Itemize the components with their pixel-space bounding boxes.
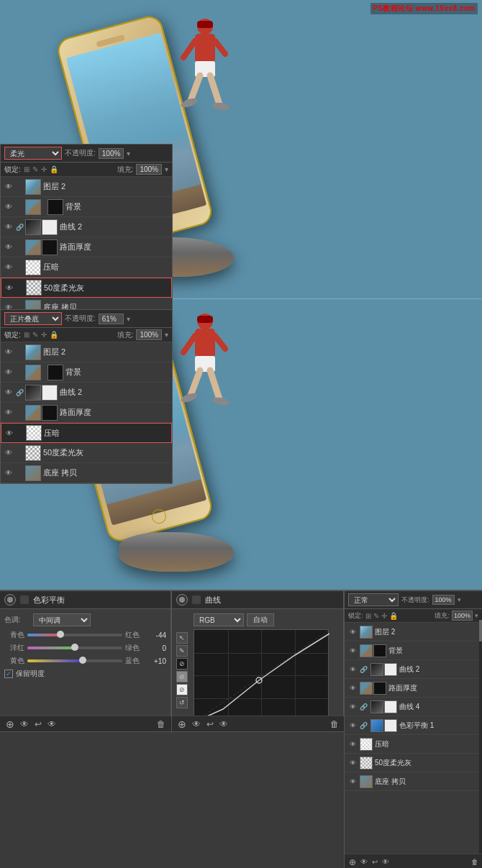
br-eye-icon[interactable]: 👁 [360, 858, 368, 866]
layer-row-1-0[interactable]: 👁 图层 2 [1, 177, 172, 197]
eye-2-4[interactable]: 👁 [4, 428, 14, 438]
layer-row-2-1[interactable]: 👁 背景 [1, 362, 172, 383]
lock-padlock-1[interactable]: 🔒 [50, 165, 58, 173]
curves-eyedropper-gray[interactable]: ⊘ [176, 671, 188, 682]
layer-row-2-3[interactable]: 👁 路面厚度 [1, 403, 172, 423]
yellow-blue-track[interactable] [27, 659, 122, 662]
layer-row-2-4[interactable]: 👁 压暗 [1, 423, 172, 443]
cb-eye2-icon[interactable]: 👁 [47, 719, 56, 729]
br-eye2-icon[interactable]: 👁 [382, 858, 389, 866]
br-layer-row-5[interactable]: 👁 🔗 色彩平衡 1 [345, 716, 482, 735]
blend-mode-select-2[interactable]: 正片叠底 [4, 312, 62, 325]
curves-pointer-tool[interactable]: ↖ [176, 632, 188, 644]
br-lock-icon[interactable]: ⊞ [365, 612, 371, 620]
br-eye-7[interactable]: 👁 [347, 758, 358, 768]
lock-padlock-2[interactable]: 🔒 [50, 331, 58, 339]
curves-eye2-icon[interactable]: 👁 [219, 719, 228, 729]
layer-row-1-1[interactable]: 👁 背景 [1, 197, 172, 217]
eye-1-0[interactable]: 👁 [4, 182, 14, 192]
br-blend-select[interactable]: 正常 [348, 593, 399, 606]
channel-select[interactable]: RGB [194, 613, 244, 626]
eye-1-2[interactable]: 👁 [4, 222, 14, 232]
br-scrollbar[interactable] [479, 613, 482, 868]
br-layer-row-0[interactable]: 👁 图层 2 [345, 623, 482, 641]
cb-trash-icon[interactable]: 🗑 [157, 719, 165, 729]
move-icon-1[interactable]: ✛ [41, 165, 47, 173]
br-eye-3[interactable]: 👁 [347, 683, 358, 693]
opacity-value-2[interactable]: 61% [99, 314, 124, 324]
curves-pen-tool[interactable]: ✎ [176, 645, 188, 657]
eye-2-0[interactable]: 👁 [4, 347, 14, 357]
br-layer-row-1[interactable]: 👁 背景 [345, 641, 482, 660]
eye-1-4[interactable]: 👁 [4, 262, 14, 273]
curves-add-icon[interactable]: ⊕ [178, 718, 186, 730]
blend-mode-select-1[interactable]: 柔光 [4, 147, 62, 160]
br-eye-6[interactable]: 👁 [347, 739, 358, 749]
br-layer-row-8[interactable]: 👁 底座 拷贝 [345, 772, 482, 791]
br-eye-4[interactable]: 👁 [347, 702, 358, 712]
br-trash-icon[interactable]: 🗑 [471, 858, 478, 866]
eye-1-1[interactable]: 👁 [4, 202, 14, 212]
fill-value-1[interactable]: 100% [136, 164, 162, 175]
br-layer-row-6[interactable]: 👁 压暗 [345, 735, 482, 754]
br-eye-1[interactable]: 👁 [347, 646, 358, 656]
br-padlock-icon[interactable]: 🔒 [389, 612, 398, 620]
lock-icon-1[interactable]: ⊞ [24, 165, 29, 173]
auto-button[interactable]: 自动 [247, 613, 274, 626]
layer-row-1-5[interactable]: 👁 50度柔光灰 [1, 278, 172, 298]
fill-value-2[interactable]: 100% [136, 329, 162, 340]
layer-row-2-6[interactable]: 👁 底座 拷贝 [1, 463, 172, 483]
br-layer-row-4[interactable]: 👁 🔗 曲线 4 [345, 698, 482, 716]
curves-visibility-icon[interactable] [192, 595, 201, 604]
curves-eyedropper-white[interactable]: ⊘ [176, 684, 188, 695]
curves-graph[interactable] [194, 629, 329, 721]
br-layer-row-7[interactable]: 👁 50度柔光灰 [345, 754, 482, 772]
layer-row-2-5[interactable]: 👁 50度柔光灰 [1, 443, 172, 463]
br-link-5[interactable]: 🔗 [360, 722, 368, 729]
br-layer-row-2[interactable]: 👁 🔗 曲线 2 [345, 660, 482, 679]
br-brush-icon[interactable]: ✎ [373, 612, 379, 620]
curves-reset-tool[interactable]: ↺ [176, 697, 188, 708]
curves-eye-icon[interactable]: 👁 [192, 719, 201, 729]
eye-2-2[interactable]: 👁 [4, 388, 14, 398]
br-eye-8[interactable]: 👁 [347, 777, 358, 787]
lock-icon-2[interactable]: ⊞ [24, 331, 29, 339]
br-history-icon[interactable]: ↩ [372, 858, 378, 866]
eye-2-1[interactable]: 👁 [4, 367, 14, 378]
eye-2-6[interactable]: 👁 [4, 468, 14, 478]
br-fill-value[interactable]: 100% [452, 611, 473, 621]
move-icon-2[interactable]: ✛ [41, 331, 47, 339]
eye-1-3[interactable]: 👁 [4, 242, 14, 252]
layer-row-1-4[interactable]: 👁 压暗 [1, 257, 172, 278]
preserve-checkbox[interactable] [4, 670, 13, 678]
br-add-icon[interactable]: ⊕ [349, 857, 356, 867]
layer-row-2-2[interactable]: 👁 🔗 曲线 2 [1, 383, 172, 403]
curves-trash-icon[interactable]: 🗑 [330, 719, 339, 729]
magenta-green-track[interactable] [27, 647, 122, 649]
eye-1-5[interactable]: 👁 [4, 283, 14, 293]
br-eye-2[interactable]: 👁 [347, 664, 358, 675]
br-eye-5[interactable]: 👁 [347, 721, 358, 731]
cb-visibility-icon[interactable] [20, 595, 29, 604]
link-1-2[interactable]: 🔗 [16, 224, 23, 231]
br-move-icon[interactable]: ✛ [381, 612, 387, 620]
brush-icon-2[interactable]: ✎ [32, 331, 38, 339]
eye-2-3[interactable]: 👁 [4, 408, 14, 418]
opacity-value-1[interactable]: 100% [99, 148, 124, 159]
cb-history-icon[interactable]: ↩ [35, 719, 42, 729]
br-opacity-value[interactable]: 100% [432, 595, 455, 605]
cb-add-icon[interactable]: ⊕ [6, 718, 14, 730]
layer-row-2-0[interactable]: 👁 图层 2 [1, 342, 172, 362]
layer-row-1-3[interactable]: 👁 路面厚度 [1, 237, 172, 257]
cb-eye-icon[interactable]: 👁 [20, 719, 29, 729]
br-layer-row-3[interactable]: 👁 路面厚度 [345, 679, 482, 698]
curves-eyedropper-black[interactable]: ⊘ [176, 658, 188, 670]
cb-tone-select[interactable]: 中间调 [33, 613, 91, 626]
curves-history-icon[interactable]: ↩ [206, 719, 214, 729]
br-eye-0[interactable]: 👁 [347, 627, 358, 637]
br-link-4[interactable]: 🔗 [360, 703, 368, 711]
layer-row-1-2[interactable]: 👁 🔗 曲线 2 [1, 217, 172, 237]
brush-icon-1[interactable]: ✎ [32, 165, 38, 173]
br-link-2[interactable]: 🔗 [360, 666, 368, 673]
cyan-red-track[interactable] [27, 634, 122, 636]
